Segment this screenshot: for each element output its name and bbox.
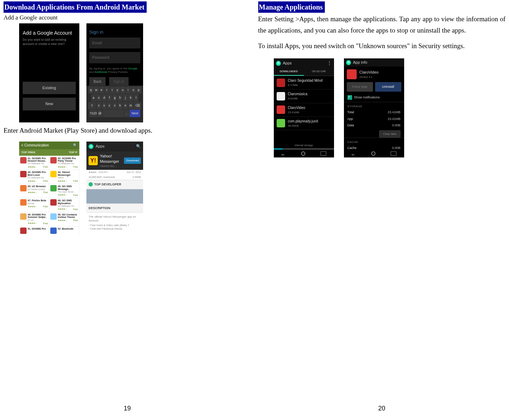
data-value: 0.00B (392, 123, 401, 128)
fineprint-pre: By signing in, you agree to the (89, 67, 128, 70)
recents-softkey-icon[interactable] (391, 151, 396, 156)
storage-section-label: STORAGE (344, 102, 404, 109)
apps-header-title: Apps (283, 61, 292, 66)
back-softkey-icon[interactable]: ⇐ (351, 152, 356, 155)
key-next[interactable]: Next (130, 110, 140, 117)
feature-1: - Free Voice & Video calls (Beta) † (86, 224, 143, 228)
top-developer-badge-icon (89, 182, 93, 186)
tab-top-paid[interactable]: TOP P (69, 150, 77, 154)
app-cell[interactable]: 43. GOSMS Pro Bird LoverGo Wallpaper De.… (19, 169, 49, 184)
app-value: 23.41MB (388, 117, 400, 121)
release-date: Jun 27, 2012 (108, 171, 141, 174)
gear-icon[interactable]: ⚙ (89, 144, 94, 149)
total-label: Total (347, 110, 354, 115)
document-spread: Download Applications From Android Marke… (0, 0, 509, 420)
app-name: Yahoo! Messenger (100, 154, 122, 165)
signin-heading: Sign in (86, 27, 143, 38)
subheading-enter-market: Enter Android Market (Play Store) and do… (4, 126, 251, 136)
gear-icon[interactable]: ⚙ (346, 60, 351, 65)
gear-icon[interactable]: ⚙ (276, 61, 281, 66)
app-row[interactable]: com.playready.junit36.00KB (274, 117, 334, 130)
btn-new[interactable]: New (23, 98, 76, 110)
password-field[interactable]: Password (89, 52, 140, 63)
app-cell[interactable]: 44. Yahoo! MessengerYahoo★★★★☆Free (49, 169, 79, 184)
link-google-policy[interactable]: Google (128, 67, 137, 70)
app-cell[interactable]: 48. GO SMS MylocationGo Wallpaper De..★★… (49, 198, 79, 212)
appinfo-name: ClaroVideo (360, 70, 401, 75)
key-mode[interactable]: ?123 (89, 110, 97, 117)
app-row[interactable]: ClaroVideo23.41MB (274, 103, 334, 117)
fineprint-and: and (89, 70, 95, 74)
tab-downloaded[interactable]: DOWNLOADED (274, 68, 304, 76)
screenshot-add-google-account: Add a Google Account Do you want to add … (19, 23, 79, 122)
page-number-left: 19 (0, 404, 255, 413)
email-field[interactable]: Email (89, 38, 140, 48)
internal-storage-label: Internal storage (274, 144, 334, 148)
total-value: 23.41MB (388, 110, 400, 115)
apps-list: Claro Seguridad Móvil4.77MB Claromúsica9… (274, 76, 334, 130)
show-notifications-label: Show notifications (354, 95, 380, 100)
app-grid: 41. GOSMS Pro Dessert House..Go Wallpape… (19, 156, 79, 235)
page-number-right: 20 (255, 404, 509, 413)
screenshot-apps-list: ⚙ Apps ⋮ DOWNLOADED ON SD CAR Claro Segu… (274, 58, 334, 157)
subheading-add-google: Add a Google account (4, 13, 251, 22)
keyboard[interactable]: qwertyuiop asdfghjkl ⇧zxcvbnm⌫ ?123@.Nex… (86, 86, 143, 122)
yahoo-icon: Y! (89, 156, 98, 165)
link-additional-policy[interactable]: Additional (95, 70, 107, 74)
tab-top-free[interactable]: TOP FREE (21, 150, 35, 154)
force-stop-button[interactable]: Force stop (347, 82, 373, 92)
page-right: Manage Applications Enter Setting >Apps,… (255, 0, 509, 420)
market-header: < Communication 🔍 (19, 142, 79, 149)
data-label: Data (347, 123, 354, 128)
overflow-menu-icon[interactable]: ⋮ (327, 60, 332, 67)
cache-section-label: CACHE (344, 138, 404, 145)
apps-title: Apps (96, 144, 104, 149)
app-label: App (347, 117, 353, 121)
description-heading: DESCRIPTION (86, 203, 143, 213)
app-cell[interactable]: 42. GOSMS Pro Party ThemeGo Wallpaper De… (49, 156, 79, 170)
screenshot-app-info: ⚙ App info ClaroVideoversion 3.1 Force s… (344, 58, 404, 157)
appinfo-version: version 3.1 (360, 75, 401, 79)
clear-data-button[interactable]: Clear data (379, 130, 401, 138)
fineprint-post: Privacy Policies. (107, 70, 128, 74)
back-button[interactable]: Back (89, 77, 106, 86)
feature-2: - Chat with Facebook friends (86, 227, 143, 231)
tab-on-sd-card[interactable]: ON SD CAR (304, 68, 334, 76)
key-at[interactable]: @ (97, 110, 102, 117)
recents-softkey-icon[interactable] (321, 151, 326, 156)
uninstall-button[interactable]: Uninstall (375, 82, 401, 92)
right-heading: Manage Applications (258, 1, 325, 13)
home-softkey-icon[interactable] (301, 151, 305, 156)
shot1-title: Add a Google Account (19, 27, 79, 37)
app-row[interactable]: Claromúsica9.61MB (274, 90, 334, 103)
app-size: 3.99MB (132, 176, 141, 179)
manage-apps-para-1: Enter Setting >Apps, then manage the app… (258, 13, 506, 36)
app-row[interactable]: Claro Seguridad Móvil4.77MB (274, 76, 334, 90)
ratings-count: 514,517 (99, 171, 108, 174)
btn-existing[interactable]: Existing (23, 82, 76, 94)
app-cell[interactable]: 51. GOSMS Pro (19, 226, 49, 235)
app-info-title: App info (353, 60, 367, 65)
signin-button[interactable]: Sign in (109, 77, 129, 86)
app-cell[interactable]: 45. UC BrowserUC Mobile Limited★★★★☆Free (19, 184, 49, 198)
download-count: 10,000,000+ downloads (89, 176, 115, 179)
show-notifications-checkbox[interactable] (347, 95, 352, 100)
app-cell[interactable]: 49. GOSMS Pro Summer Getjar..27 um★★★★☆F… (19, 212, 49, 226)
app-cell[interactable]: 47. Firefox BetaMozilla★★★★☆Free (19, 198, 49, 212)
app-cell[interactable]: 50. GO Contacts Iceblue Theme★★★★☆Free (49, 212, 79, 226)
app-publisher: YAHOO! INC. ↓ (100, 165, 122, 168)
search-icon[interactable]: 🔍 (136, 144, 141, 149)
signin-fineprint: By signing in, you agree to the Google a… (86, 67, 143, 74)
shot1-intro: Do you want to add an existing account o… (19, 36, 79, 78)
page-left: Download Applications From Android Marke… (0, 0, 255, 420)
app-cell[interactable]: 46. GO SMS Message..Tino Apps Studio★★★★… (49, 184, 79, 198)
download-button[interactable]: Download (124, 157, 141, 163)
top-developer-label: TOP DEVELOPER (94, 182, 121, 187)
app-cell[interactable]: 41. GOSMS Pro Dessert House..Go Wallpape… (19, 156, 49, 170)
screenshot-sign-in: Sign in Email Password By signing in, yo… (86, 23, 143, 122)
search-icon[interactable]: 🔍 (73, 143, 77, 148)
market-category: Communication (24, 143, 49, 147)
app-cell[interactable]: 52. Bluetooth (49, 226, 79, 235)
home-softkey-icon[interactable] (371, 151, 375, 156)
back-softkey-icon[interactable]: ⇐ (281, 152, 286, 155)
